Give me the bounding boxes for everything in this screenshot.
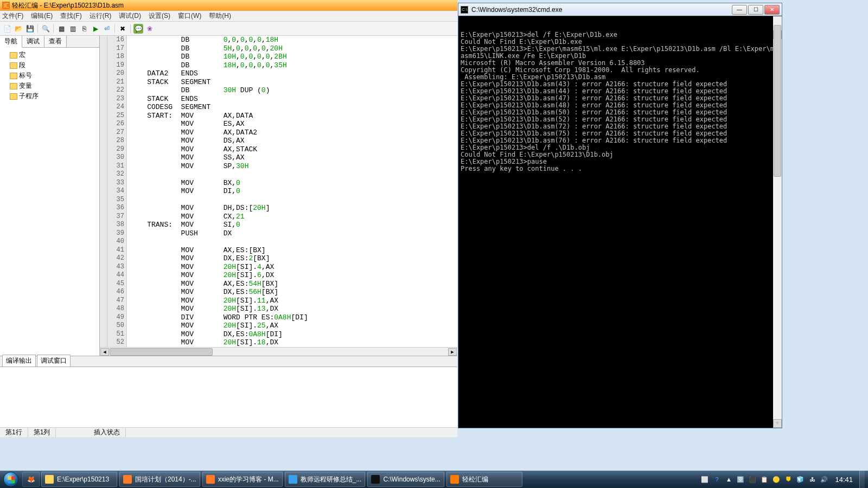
taskbar-task[interactable]: E:\Exper\p150213 bbox=[41, 472, 117, 487]
save-icon[interactable]: 💾 bbox=[25, 24, 35, 34]
code-line[interactable]: 47 MOV 20H[SI].11,AX bbox=[100, 297, 457, 305]
scroll-left-icon[interactable]: ◄ bbox=[100, 348, 109, 356]
code-line[interactable]: 27 MOV AX,DATA2 bbox=[100, 129, 457, 137]
tab-compile-output[interactable]: 编译输出 bbox=[2, 355, 36, 367]
chat-icon[interactable]: 💬 bbox=[133, 24, 143, 34]
taskbar-task[interactable]: xxie的学习博客 - M... bbox=[202, 472, 283, 487]
tray-icon[interactable]: ⬛ bbox=[748, 475, 757, 484]
compile-icon[interactable]: ▦ bbox=[56, 24, 66, 34]
show-desktop-button[interactable] bbox=[859, 471, 865, 488]
code-line[interactable]: 51 MOV DX,ES:0A8H[DI] bbox=[100, 330, 457, 339]
tree-item-label[interactable]: 标号 bbox=[2, 70, 97, 81]
menu-file[interactable]: 文件(F) bbox=[2, 11, 23, 21]
code-line[interactable]: 52 MOV 20H[SI].18,DX bbox=[100, 338, 457, 347]
minimize-button[interactable]: — bbox=[732, 5, 747, 15]
code-line[interactable]: 49 DIV WORD PTR ES:0A8H[DI] bbox=[100, 313, 457, 322]
open-icon[interactable]: 📂 bbox=[14, 24, 23, 34]
start-button[interactable] bbox=[0, 471, 22, 488]
taskbar-task[interactable]: C:\Windows\syste... bbox=[367, 472, 444, 487]
link-icon[interactable]: ⎘ bbox=[79, 24, 89, 34]
menu-window[interactable]: 窗口(W) bbox=[178, 11, 201, 21]
taskbar-task[interactable]: 国培计划（2014）-... bbox=[119, 472, 200, 487]
code-line[interactable]: 34 MOV DI,0 bbox=[100, 187, 457, 196]
run-icon[interactable]: ▶ bbox=[91, 24, 100, 34]
code-line[interactable]: 21 STACK SEGMENT bbox=[100, 78, 457, 87]
scroll-thumb[interactable] bbox=[110, 348, 213, 356]
build-icon[interactable]: ▥ bbox=[68, 24, 78, 34]
code-line[interactable]: 38 TRANS: MOV SI,0 bbox=[100, 221, 457, 229]
tree-item-var[interactable]: 变量 bbox=[2, 81, 97, 91]
help-icon[interactable]: ? bbox=[712, 475, 721, 484]
shield-icon[interactable]: ⛊ bbox=[784, 475, 793, 484]
tray-icon[interactable]: 🧊 bbox=[796, 475, 805, 484]
new-icon[interactable]: 📄 bbox=[2, 24, 12, 34]
code-line[interactable]: 30 MOV SS,AX bbox=[100, 153, 457, 162]
code-line[interactable]: 45 MOV AX,ES:54H[BX] bbox=[100, 280, 457, 288]
code-line[interactable]: 44 MOV 20H[SI].6,DX bbox=[100, 271, 457, 280]
menu-help[interactable]: 帮助(H) bbox=[209, 11, 231, 21]
code-line[interactable]: 32 bbox=[100, 170, 457, 179]
taskbar-task[interactable]: 教师远程研修总结_... bbox=[285, 472, 366, 487]
code-line[interactable]: 28 MOV DS,AX bbox=[100, 137, 457, 145]
menu-settings[interactable]: 设置(S) bbox=[149, 11, 170, 21]
tab-debug-window[interactable]: 调试窗口 bbox=[37, 355, 71, 367]
code-line[interactable]: 50 MOV 20H[SI].25,AX bbox=[100, 322, 457, 330]
find-icon[interactable]: 🔍 bbox=[41, 24, 50, 34]
code-line[interactable]: 26 MOV ES,AX bbox=[100, 120, 457, 129]
code-line[interactable]: 37 MOV CX,21 bbox=[100, 213, 457, 221]
code-editor[interactable]: 16 DB 0,0,0,0,0,18H17 DB 5H,0,0,0,0,20H1… bbox=[100, 36, 457, 356]
code-line[interactable]: 40 bbox=[100, 237, 457, 246]
tray-icon[interactable]: 🟡 bbox=[772, 475, 781, 484]
paint-icon[interactable]: ❀ bbox=[145, 24, 155, 34]
menu-edit[interactable]: 编辑(E) bbox=[31, 11, 53, 21]
code-line[interactable]: 41 MOV AX,ES:[BX] bbox=[100, 246, 457, 255]
code-line[interactable]: 35 bbox=[100, 196, 457, 204]
code-line[interactable]: 18 DB 10H,0,0,0,0,2BH bbox=[100, 53, 457, 61]
maximize-button[interactable]: ☐ bbox=[748, 5, 763, 15]
code-line[interactable]: 20 DATA2 ENDS bbox=[100, 69, 457, 78]
code-line[interactable]: 33 MOV BX,0 bbox=[100, 179, 457, 188]
code-line[interactable]: 17 DB 5H,0,0,0,0,20H bbox=[100, 44, 457, 53]
sidebar-tab-nav[interactable]: 导航 bbox=[0, 36, 22, 48]
tray-icon[interactable]: ⬜ bbox=[700, 475, 709, 484]
code-line[interactable]: 25 START: MOV AX,DATA bbox=[100, 112, 457, 120]
code-line[interactable]: 42 MOV DX,ES:2[BX] bbox=[100, 254, 457, 263]
scroll-thumb[interactable] bbox=[774, 25, 781, 177]
code-line[interactable]: 22 DB 30H DUP (0) bbox=[100, 86, 457, 95]
clock[interactable]: 14:41 bbox=[832, 476, 856, 484]
settings-icon[interactable]: ✖ bbox=[118, 24, 127, 34]
chevron-up-icon[interactable]: ▲ bbox=[724, 475, 733, 484]
code-line[interactable]: 43 MOV 20H[SI].4,AX bbox=[100, 263, 457, 272]
code-line[interactable]: 36 MOV DH,DS:[20H] bbox=[100, 204, 457, 213]
step-icon[interactable]: ⏎ bbox=[102, 24, 112, 34]
close-button[interactable]: ✕ bbox=[764, 5, 780, 15]
tree-item-macro[interactable]: 宏 bbox=[2, 50, 97, 60]
code-line[interactable]: 19 DB 18H,0,0,0,0,35H bbox=[100, 61, 457, 70]
code-line[interactable]: 39 PUSH DX bbox=[100, 229, 457, 238]
scroll-right-icon[interactable]: ► bbox=[448, 348, 457, 356]
code-line[interactable]: 46 MOV DX,ES:56H[BX] bbox=[100, 288, 457, 297]
pinned-app[interactable]: 🦊 bbox=[22, 472, 40, 487]
menu-run[interactable]: 运行(R) bbox=[90, 11, 112, 21]
code-line[interactable]: 16 DB 0,0,0,0,0,18H bbox=[100, 36, 457, 44]
tree-item-proc[interactable]: 子程序 bbox=[2, 91, 97, 101]
taskbar-task[interactable]: 轻松汇编 bbox=[446, 472, 522, 487]
code-line[interactable]: 24 CODESG SEGMENT bbox=[100, 103, 457, 112]
code-line[interactable]: 23 STACK ENDS bbox=[100, 95, 457, 104]
cmd-vscrollbar[interactable]: ▲ ▼ bbox=[773, 16, 782, 428]
output-pane[interactable] bbox=[0, 367, 457, 427]
editor-titlebar[interactable]: 汇 轻松汇编 - E:\Exper\p150213\D1b.asm bbox=[0, 0, 457, 11]
tray-icon[interactable]: 🈳 bbox=[736, 475, 745, 484]
cmd-output[interactable]: E:\Exper\p150213>del /f E:\Exper\D1b.exe… bbox=[458, 16, 782, 428]
menu-find[interactable]: 查找(F) bbox=[60, 11, 81, 21]
tray-icon[interactable]: 📋 bbox=[760, 475, 769, 484]
scroll-down-icon[interactable]: ▼ bbox=[773, 419, 782, 428]
code-line[interactable]: 29 MOV AX,STACK bbox=[100, 145, 457, 154]
sidebar-tab-debug[interactable]: 调试 bbox=[22, 36, 44, 47]
cmd-titlebar[interactable]: C:\ C:\Windows\system32\cmd.exe — ☐ ✕ bbox=[458, 3, 782, 16]
sidebar-tab-view[interactable]: 查看 bbox=[44, 36, 67, 47]
network-icon[interactable]: 🖧 bbox=[808, 475, 816, 484]
volume-icon[interactable]: 🔊 bbox=[820, 475, 828, 484]
tree-item-segment[interactable]: 段 bbox=[2, 60, 97, 70]
code-line[interactable]: 48 MOV 20H[SI].13,DX bbox=[100, 305, 457, 313]
